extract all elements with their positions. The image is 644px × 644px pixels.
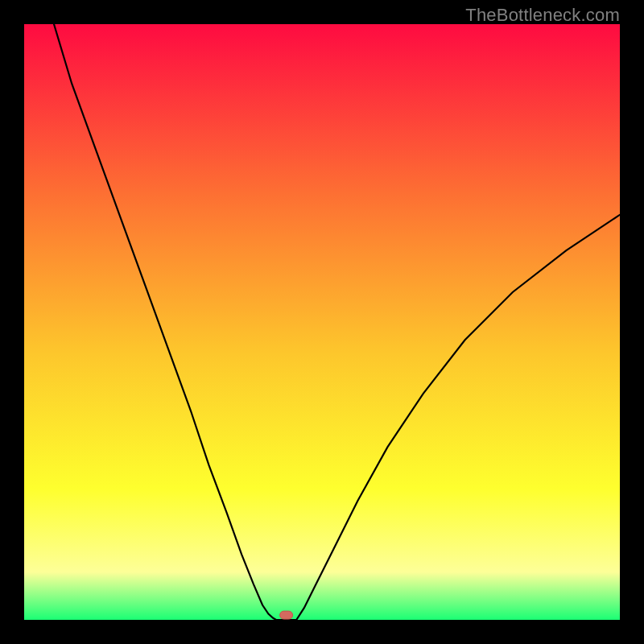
chart-area — [24, 24, 620, 620]
optimum-marker — [280, 611, 293, 619]
gradient-background — [24, 24, 620, 620]
watermark-text: TheBottleneck.com — [465, 5, 620, 26]
bottleneck-chart — [24, 24, 620, 620]
